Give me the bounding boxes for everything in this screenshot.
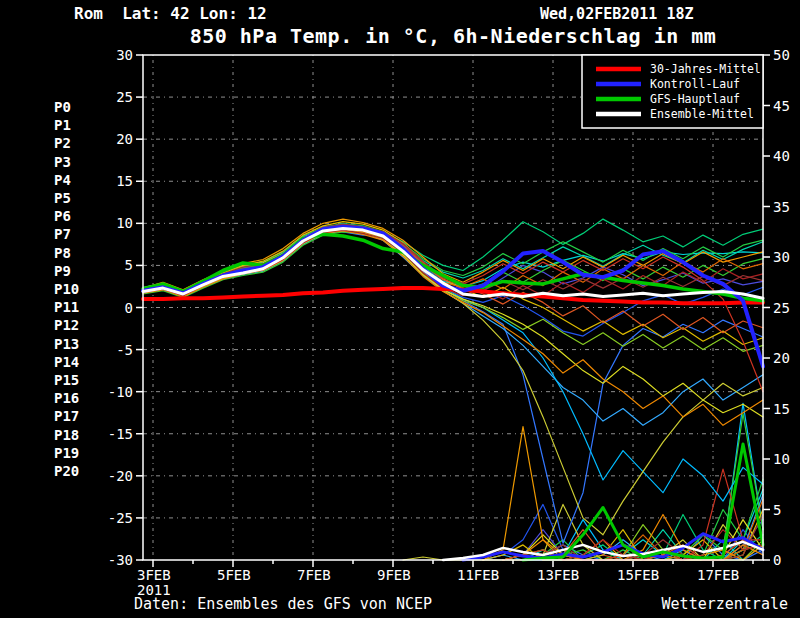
- right-axis-tick-label: 0: [773, 552, 781, 568]
- member-label-P7: P7: [54, 226, 71, 242]
- right-axis-tick-label: 25: [773, 300, 790, 316]
- member-label-P9: P9: [54, 263, 71, 279]
- left-axis-tick-label: 30: [116, 47, 133, 63]
- member-label-P14: P14: [54, 354, 79, 370]
- left-axis-tick-label: 5: [125, 257, 133, 273]
- legend-label-1: Kontroll-Lauf: [650, 77, 740, 91]
- member-label-P2: P2: [54, 135, 71, 151]
- member-label-P18: P18: [54, 427, 79, 443]
- member-label-P6: P6: [54, 208, 71, 224]
- ensemble-chart: 302520151050-5-10-15-20-25-3050454035302…: [0, 0, 800, 618]
- member-label-P10: P10: [54, 281, 79, 297]
- member-label-P4: P4: [54, 172, 71, 188]
- right-axis-tick-label: 5: [773, 502, 781, 518]
- right-axis-tick-label: 35: [773, 199, 790, 215]
- member-label-P3: P3: [54, 154, 71, 170]
- left-axis-tick-label: 25: [116, 89, 133, 105]
- member-label-P16: P16: [54, 390, 79, 406]
- x-axis-tick-label: 11FEB: [457, 567, 499, 583]
- member-label-P5: P5: [54, 190, 71, 206]
- member-label-P19: P19: [54, 445, 79, 461]
- legend-label-2: GFS-Hauptlauf: [650, 92, 740, 106]
- legend-label-0: 30-Jahres-Mittel: [650, 62, 761, 76]
- member-label-P15: P15: [54, 372, 79, 388]
- left-axis-tick-label: -5: [116, 342, 133, 358]
- data-source-note: Daten: Ensembles des GFS von NCEP: [134, 595, 432, 613]
- x-axis-tick-label: 15FEB: [617, 567, 659, 583]
- member-label-P13: P13: [54, 336, 79, 352]
- meteogram-page: Rom Lat: 42 Lon: 12 Wed,02FEB2011 18Z 85…: [0, 0, 800, 618]
- member-temp-line-P18: [143, 225, 763, 392]
- member-label-P0: P0: [54, 99, 71, 115]
- x-axis-tick-label: 13FEB: [537, 567, 579, 583]
- left-axis-tick-label: 0: [125, 300, 133, 316]
- right-axis-tick-label: 45: [773, 98, 790, 114]
- member-label-P1: P1: [54, 117, 71, 133]
- x-axis-tick-label: 7FEB: [297, 567, 331, 583]
- left-axis-tick-label: 15: [116, 173, 133, 189]
- member-label-P17: P17: [54, 408, 79, 424]
- right-axis-tick-label: 15: [773, 401, 790, 417]
- left-axis-tick-label: 20: [116, 131, 133, 147]
- x-axis-tick-label: 5FEB: [217, 567, 251, 583]
- left-axis-tick-label: 10: [116, 215, 133, 231]
- x-axis-tick-label: 3FEB: [137, 567, 171, 583]
- right-axis-tick-label: 20: [773, 350, 790, 366]
- legend-label-3: Ensemble-Mittel: [650, 107, 754, 121]
- member-label-P20: P20: [54, 463, 79, 479]
- brand-label: Wetterzentrale: [662, 595, 788, 613]
- right-axis-tick-label: 10: [773, 451, 790, 467]
- left-axis-tick-label: -10: [108, 384, 133, 400]
- x-axis-tick-label: 9FEB: [377, 567, 411, 583]
- left-axis-tick-label: -20: [108, 468, 133, 484]
- left-axis-tick-label: -25: [108, 510, 133, 526]
- right-axis-tick-label: 50: [773, 47, 790, 63]
- right-axis-tick-label: 30: [773, 249, 790, 265]
- member-label-P12: P12: [54, 317, 79, 333]
- left-axis-tick-label: -30: [108, 552, 133, 568]
- left-axis-tick-label: -15: [108, 426, 133, 442]
- member-label-P8: P8: [54, 245, 71, 261]
- x-axis-tick-label: 17FEB: [697, 567, 739, 583]
- member-label-P11: P11: [54, 299, 79, 315]
- right-axis-tick-label: 40: [773, 148, 790, 164]
